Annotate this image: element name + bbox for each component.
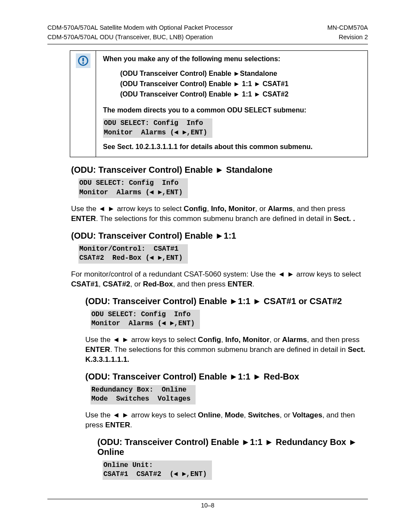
header-right-2: Revision 2 — [339, 33, 368, 42]
t: Config — [198, 336, 221, 344]
notice-body: When you make any of the following menu … — [96, 51, 367, 157]
code-csat: ODU SELECT: Config Info Monitor Alarms (… — [90, 310, 200, 329]
footer-rule — [47, 499, 368, 499]
t: . The selections for this common submenu… — [96, 215, 334, 223]
t: ENTER — [71, 215, 96, 223]
notice-line-3: (ODU Transceiver Control) Enable ► 1:1 ►… — [120, 89, 361, 100]
t: , or — [130, 280, 143, 288]
t: Sect. . — [333, 215, 355, 223]
t: , or — [255, 205, 268, 213]
notice-line-1: (ODU Transceiver Control) Enable ►Standa… — [120, 68, 361, 79]
para-11: For monitor/control of a redundant CSAT-… — [71, 270, 368, 289]
notice-icon-cell — [70, 51, 96, 157]
t: , and then press — [307, 336, 360, 344]
notice-box: When you make any of the following menu … — [70, 50, 368, 157]
svg-point-2 — [82, 62, 84, 64]
page-content: CDM-570A/570AL Satellite Modem with Opti… — [47, 24, 368, 515]
page-number: 10–8 — [201, 502, 214, 509]
code-redbox: Redundancy Box: Online Mode Switches Vol… — [90, 385, 196, 404]
t: For monitor/control of a redundant CSAT-… — [71, 270, 361, 278]
header-rule — [47, 44, 368, 44]
notice-line-2: (ODU Transceiver Control) Enable ► 1:1 ►… — [120, 79, 361, 89]
heading-online: (ODU: Transceiver Control) Enable ►1:1 ►… — [97, 437, 368, 457]
para-redbox: Use the ◄ ► arrow keys to select Online,… — [85, 411, 368, 430]
t: , and then press — [173, 280, 228, 288]
t: ENTER — [105, 421, 130, 429]
header-left-1: CDM-570A/570AL Satellite Modem with Opti… — [47, 24, 233, 32]
t: Use the ◄ ► arrow keys to select — [85, 336, 198, 344]
t: , and then press — [293, 205, 346, 213]
t: , — [221, 336, 225, 344]
t: , — [207, 205, 211, 213]
para-standalone: Use the ◄ ► arrow keys to select Config,… — [71, 204, 368, 224]
notice-ref: See Sect. 10.2.1.3.1.1.1 for details abo… — [103, 142, 361, 152]
t: Alarms — [268, 205, 293, 213]
page-footer: 10–8 — [47, 499, 368, 509]
notice-mid: The modem directs you to a common ODU SE… — [103, 106, 361, 115]
page-header: CDM-570A/570AL Satellite Modem with Opti… — [47, 24, 368, 44]
code-11: Monitor/Control: CSAT#1 CSAT#2 Red-Box (… — [78, 244, 188, 264]
t: , — [221, 411, 224, 419]
notice-lead: When you make any of the following menu … — [103, 54, 361, 64]
t: Voltages — [293, 411, 323, 419]
t: . — [130, 421, 132, 429]
t: . — [252, 280, 255, 288]
t: CSAT#2 — [103, 280, 130, 288]
alert-circle-icon — [76, 53, 90, 68]
t: Switches — [248, 411, 280, 419]
t: , — [99, 280, 103, 288]
t: Use the ◄ ► arrow keys to select — [85, 411, 198, 419]
t: Use the ◄ ► arrow keys to select — [71, 205, 184, 213]
header-right-1: MN-CDM570A — [327, 24, 368, 32]
t: Info, Monitor — [225, 336, 270, 344]
t: ENTER — [85, 345, 110, 354]
t: , or — [270, 336, 282, 344]
heading-csat: (ODU: Transceiver Control) Enable ►1:1 ►… — [85, 296, 368, 306]
t: Online — [198, 411, 221, 419]
t: Alarms — [282, 336, 307, 344]
notice-menu-list: (ODU Transceiver Control) Enable ►Standa… — [120, 68, 361, 100]
t: Config — [184, 205, 207, 213]
t: CSAT#1 — [71, 280, 99, 288]
t: , — [244, 411, 248, 419]
heading-11: (ODU: Transceiver Control) Enable ►1:1 — [71, 231, 368, 241]
t: . The selections for this common submenu… — [110, 345, 348, 354]
notice-code: ODU SELECT: Config Info Monitor Alarms (… — [103, 118, 212, 138]
heading-standalone: (ODU: Transceiver Control) Enable ► Stan… — [71, 165, 368, 175]
header-left-2: CDM-570A/570AL ODU (Transceiver, BUC, LN… — [47, 33, 213, 42]
code-standalone: ODU SELECT: Config Info Monitor Alarms (… — [78, 178, 188, 198]
heading-redbox: (ODU: Transceiver Control) Enable ►1:1 ►… — [85, 372, 368, 382]
t: Mode — [225, 411, 244, 419]
t: Info, Monitor — [211, 205, 255, 213]
t: Red-Box — [143, 280, 173, 288]
para-csat: Use the ◄ ► arrow keys to select Config,… — [85, 335, 368, 365]
svg-rect-1 — [82, 58, 84, 62]
code-online: Online Unit: CSAT#1 CSAT#2 (◄ ►,ENT) — [103, 460, 212, 480]
t: ENTER — [227, 280, 252, 288]
t: , or — [280, 411, 292, 419]
